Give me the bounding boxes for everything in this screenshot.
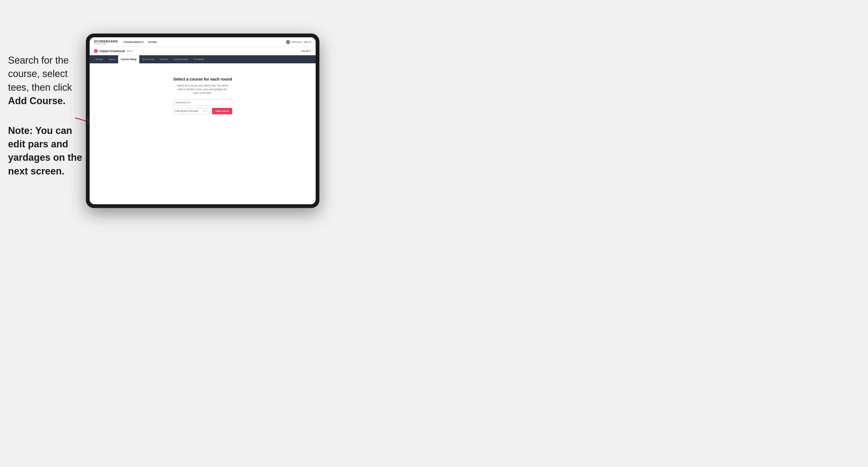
tab-tee-groups[interactable]: Tee Groups bbox=[139, 55, 157, 63]
sign-out-link[interactable]: Sign out bbox=[304, 41, 311, 43]
logo-area: SCOREBOARD Powered by clippd bbox=[94, 40, 118, 44]
nav-links: TOURNAMENTS TEAMS bbox=[123, 41, 157, 43]
tee-select-wrapper[interactable]: Gold (M) (M) (7010 yds) ✕ ⌄ bbox=[173, 108, 210, 114]
tab-course-setup[interactable]: Course Setup bbox=[118, 55, 139, 63]
instruction-bold: Add Course. bbox=[8, 94, 86, 107]
tablet-side-button bbox=[88, 118, 88, 124]
tee-clear-icon[interactable]: ✕ bbox=[204, 110, 206, 113]
course-search-input[interactable] bbox=[173, 99, 232, 106]
user-avatar bbox=[286, 40, 290, 44]
tablet-frame: SCOREBOARD Powered by clippd TOURNAMENTS… bbox=[86, 34, 319, 208]
note-line3: yardages on the bbox=[8, 151, 86, 164]
tournament-gender: (Men) bbox=[126, 50, 133, 52]
nav-tournaments[interactable]: TOURNAMENTS bbox=[123, 41, 143, 43]
cancel-button[interactable]: Cancel ✕ bbox=[301, 50, 311, 52]
tabs-navigation: Details Teams Course Setup Tee Groups Re… bbox=[90, 55, 316, 63]
nav-left: SCOREBOARD Powered by clippd TOURNAMENTS… bbox=[94, 40, 157, 44]
tab-printables[interactable]: Printables bbox=[191, 55, 207, 63]
section-title: Select a course for each round bbox=[173, 77, 232, 81]
instruction-note: Note: You can edit pars and yardages on … bbox=[8, 124, 86, 178]
instructions-panel: Search for the course, select tees, then… bbox=[8, 54, 86, 178]
section-description: Search for a course and select a tee. Yo… bbox=[176, 84, 229, 95]
top-navigation: SCOREBOARD Powered by clippd TOURNAMENTS… bbox=[90, 37, 316, 47]
tournament-header: C Clippd Invitational (Men) Cancel ✕ bbox=[90, 47, 316, 55]
note-line4: next screen. bbox=[8, 164, 86, 178]
instruction-line3: tees, then click bbox=[8, 81, 86, 94]
tournament-icon: C bbox=[94, 49, 98, 53]
instruction-line1: Search for the bbox=[8, 54, 86, 67]
tournament-name: Clippd Invitational bbox=[99, 50, 125, 53]
nav-teams[interactable]: TEAMS bbox=[148, 41, 157, 43]
instruction-line2: course, select bbox=[8, 67, 86, 81]
tab-teams[interactable]: Teams bbox=[106, 55, 118, 63]
tab-details[interactable]: Details bbox=[93, 55, 106, 63]
tee-selector-row: Gold (M) (M) (7010 yds) ✕ ⌄ Add Course bbox=[173, 108, 232, 114]
tab-leaderboards[interactable]: Leaderboards bbox=[170, 55, 191, 63]
tab-results[interactable]: Results bbox=[157, 55, 170, 63]
note-line1: Note: You can bbox=[8, 124, 86, 137]
note-line2: edit pars and bbox=[8, 137, 86, 151]
tournament-title-area: C Clippd Invitational (Men) bbox=[94, 49, 133, 53]
add-course-button[interactable]: Add Course bbox=[212, 108, 232, 114]
logo-title: SCOREBOARD bbox=[94, 40, 118, 43]
logo-subtitle: Powered by clippd bbox=[94, 43, 118, 44]
tee-select-value: Gold (M) (M) (7010 yds) bbox=[175, 110, 204, 112]
main-content: Select a course for each round Search fo… bbox=[90, 63, 316, 120]
nav-right: Test User | Sign out bbox=[286, 40, 311, 44]
user-name: Test User | bbox=[292, 41, 302, 43]
tablet-screen: SCOREBOARD Powered by clippd TOURNAMENTS… bbox=[90, 37, 316, 204]
tee-chevron-icon: ⌄ bbox=[206, 110, 208, 112]
